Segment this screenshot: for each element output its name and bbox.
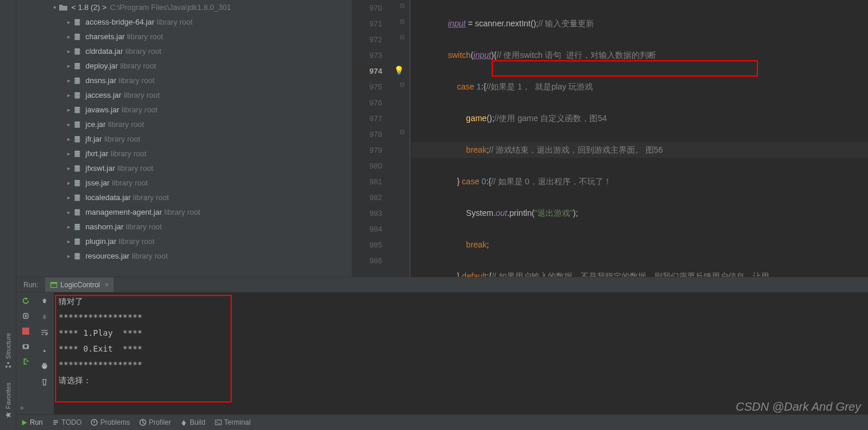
tree-root-node[interactable]: ▾ < 1.8 (2) > C:\Program Files\Java\jdk1… xyxy=(16,0,352,15)
dump-threads-icon[interactable] xyxy=(21,342,30,351)
down-arrow-icon[interactable] xyxy=(41,312,48,323)
chevron-right-icon[interactable]: ▸ xyxy=(64,194,73,201)
structure-tool-button[interactable]: Structure xyxy=(5,333,12,369)
code-editor[interactable]: 9709719729739749759769779789799809819829… xyxy=(352,0,868,277)
chevron-right-icon[interactable]: ▸ xyxy=(64,223,73,230)
rerun-icon[interactable] xyxy=(21,296,30,305)
print-icon[interactable] xyxy=(40,362,49,372)
tree-jar-node[interactable]: ▸dnsns.jarlibrary root xyxy=(16,73,352,88)
tree-jar-node[interactable]: ▸deploy.jarlibrary root xyxy=(16,59,352,73)
chevron-right-icon[interactable]: ▸ xyxy=(64,19,73,25)
library-root-tag: library root xyxy=(104,135,140,143)
settings-icon[interactable] xyxy=(21,311,30,321)
run-config-tab[interactable]: LogicControl × xyxy=(45,277,113,292)
svg-rect-15 xyxy=(75,53,80,53)
fold-marker-icon[interactable]: ⊟ xyxy=(400,129,404,135)
svg-rect-45 xyxy=(75,167,80,167)
tree-jar-node[interactable]: ▸resources.jarlibrary root xyxy=(16,249,352,263)
chevron-right-icon[interactable]: ▸ xyxy=(64,121,73,128)
build-tool-button[interactable]: Build xyxy=(180,418,205,426)
clear-all-icon[interactable] xyxy=(40,378,49,388)
svg-rect-19 xyxy=(75,67,80,68)
tree-jar-node[interactable]: ▸charsets.jarlibrary root xyxy=(16,29,352,44)
intention-bulb-icon[interactable]: 💡 xyxy=(394,66,404,75)
run-tool-button[interactable]: Run xyxy=(21,418,43,426)
tree-jar-node[interactable]: ▸jaccess.jarlibrary root xyxy=(16,88,352,102)
chevron-right-icon[interactable]: ▸ xyxy=(64,77,73,84)
chevron-down-icon[interactable]: ▾ xyxy=(50,4,59,11)
library-root-tag: library root xyxy=(120,61,156,70)
chevron-right-icon[interactable]: ▸ xyxy=(64,48,73,54)
jar-name: access-bridge-64.jar xyxy=(85,18,155,26)
soft-wrap-icon[interactable] xyxy=(40,329,49,339)
chevron-right-icon[interactable]: ▸ xyxy=(64,238,73,245)
chevron-right-icon[interactable]: ▸ xyxy=(64,180,73,186)
fold-marker-icon[interactable]: ⊟ xyxy=(400,81,404,88)
problems-tool-button[interactable]: Problems xyxy=(91,418,130,426)
tree-jar-node[interactable]: ▸plugin.jarlibrary root xyxy=(16,234,352,249)
exit-icon[interactable] xyxy=(21,357,30,366)
svg-rect-79 xyxy=(43,363,46,365)
chevron-right-icon[interactable]: ▸ xyxy=(64,253,73,259)
svg-rect-70 xyxy=(75,256,80,257)
svg-rect-25 xyxy=(75,94,80,94)
fold-marker-icon[interactable]: ⊟ xyxy=(400,18,404,25)
up-arrow-icon[interactable] xyxy=(41,296,48,307)
svg-rect-42 xyxy=(75,154,80,154)
tree-jar-node[interactable]: ▸jfxrt.jarlibrary root xyxy=(16,146,352,161)
todo-tool-button[interactable]: TODO xyxy=(52,418,81,426)
svg-rect-39 xyxy=(75,140,80,141)
svg-rect-7 xyxy=(75,23,80,24)
tree-jar-node[interactable]: ▸access-bridge-64.jarlibrary root xyxy=(16,15,352,29)
line-number-gutter[interactable]: 9709719729739749759769779789799809819829… xyxy=(352,0,387,277)
jar-name: jaccess.jar xyxy=(85,91,121,99)
favorites-tool-button[interactable]: Favorites xyxy=(5,383,12,418)
jar-file-icon xyxy=(73,32,82,42)
expand-icon[interactable]: » xyxy=(20,404,24,412)
svg-rect-49 xyxy=(75,181,80,182)
profiler-tool-button[interactable]: Profiler xyxy=(139,418,171,426)
code-content[interactable]: input = scanner.nextInt();// 输入变量更新 swit… xyxy=(410,0,868,277)
chevron-right-icon[interactable]: ▸ xyxy=(64,136,73,142)
run-tab-label: LogicControl xyxy=(60,281,100,289)
svg-rect-6 xyxy=(75,22,80,23)
project-tree[interactable]: ▾ < 1.8 (2) > C:\Program Files\Java\jdk1… xyxy=(16,0,352,277)
tree-jar-node[interactable]: ▸nashorn.jarlibrary root xyxy=(16,219,352,234)
library-root-tag: library root xyxy=(122,105,157,114)
terminal-tool-button[interactable]: Terminal xyxy=(215,418,251,426)
chevron-right-icon[interactable]: ▸ xyxy=(64,33,73,40)
library-folder-icon xyxy=(59,3,68,12)
stop-icon[interactable] xyxy=(21,326,30,336)
chevron-right-icon[interactable]: ▸ xyxy=(64,209,73,215)
jar-file-icon xyxy=(73,193,82,202)
tree-jar-node[interactable]: ▸javaws.jarlibrary root xyxy=(16,102,352,117)
tree-jar-node[interactable]: ▸jfr.jarlibrary root xyxy=(16,132,352,146)
fold-marker-icon[interactable]: ⊟ xyxy=(400,34,404,40)
run-tool-window: Run: LogicControl × » xyxy=(16,277,868,414)
svg-rect-35 xyxy=(75,126,80,126)
tree-jar-node[interactable]: ▸localedata.jarlibrary root xyxy=(16,190,352,205)
svg-rect-80 xyxy=(43,367,46,369)
jar-name: jfxswt.jar xyxy=(85,164,115,173)
jar-file-icon xyxy=(73,105,82,115)
tree-jar-node[interactable]: ▸jsse.jarlibrary root xyxy=(16,176,352,190)
chevron-right-icon[interactable]: ▸ xyxy=(64,92,73,98)
tree-jar-node[interactable]: ▸jce.jarlibrary root xyxy=(16,117,352,132)
svg-rect-13 xyxy=(75,50,80,50)
tree-jar-node[interactable]: ▸cldrdata.jarlibrary root xyxy=(16,44,352,59)
tree-jar-node[interactable]: ▸jfxswt.jarlibrary root xyxy=(16,161,352,176)
library-root-tag: library root xyxy=(133,193,169,202)
chevron-right-icon[interactable]: ▸ xyxy=(64,150,73,157)
jar-file-icon xyxy=(73,178,82,188)
chevron-right-icon[interactable]: ▸ xyxy=(64,63,73,69)
jar-name: dnsns.jar xyxy=(85,76,116,85)
close-tab-icon[interactable]: × xyxy=(105,281,109,289)
chevron-right-icon[interactable]: ▸ xyxy=(64,165,73,171)
library-root-tag: library root xyxy=(111,149,146,158)
scroll-to-end-icon[interactable] xyxy=(40,345,49,356)
tree-jar-node[interactable]: ▸management-agent.jarlibrary root xyxy=(16,205,352,219)
fold-marker-icon[interactable]: ⊟ xyxy=(400,2,404,9)
svg-rect-23 xyxy=(75,82,80,82)
svg-rect-10 xyxy=(75,37,80,37)
chevron-right-icon[interactable]: ▸ xyxy=(64,106,73,113)
